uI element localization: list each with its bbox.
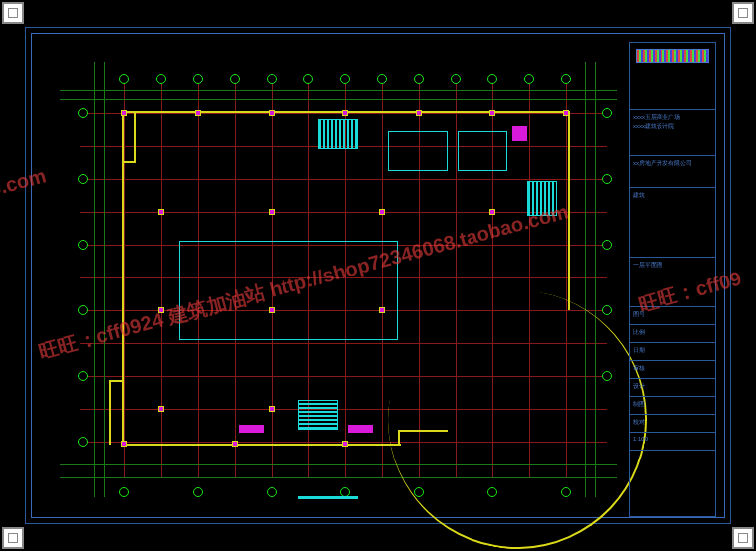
plan-canvas (40, 42, 627, 517)
axis-bubble (119, 74, 129, 84)
dim-line (104, 62, 105, 497)
column (416, 110, 422, 116)
grid-row (80, 179, 607, 180)
axis-bubble (602, 305, 612, 315)
axis-bubble (193, 487, 203, 497)
wall-proj-nw (134, 111, 136, 161)
room-block (388, 131, 448, 171)
axis-bubble (602, 174, 612, 184)
wall-s (122, 444, 401, 446)
column (121, 110, 127, 116)
dim-line (60, 99, 617, 100)
wall-proj-sw (109, 380, 111, 445)
column (269, 209, 275, 215)
axis-bubble (119, 487, 129, 497)
detail (239, 425, 264, 433)
drawing-sheet: xxxx五层商业广场 xxxx建筑设计院 xx房地产开发有限公司 建筑 一层平面… (25, 27, 731, 524)
tb-field: 比例 (630, 325, 715, 343)
wall-proj-sw2 (109, 380, 124, 382)
drawing-title: 一层平面图 (633, 261, 712, 270)
axis-bubble (230, 74, 240, 84)
axis-bubble (377, 74, 387, 84)
axis-bubble (267, 74, 277, 84)
stair-core (298, 400, 338, 430)
tb-scale: 1:100 (630, 433, 715, 451)
tb-field: 审核 (630, 361, 715, 379)
column (342, 110, 348, 116)
room-block (458, 131, 507, 171)
tb-field: 图号 (630, 307, 715, 325)
facade-curve (367, 270, 666, 551)
sheet-border: xxxx五层商业广场 xxxx建筑设计院 xx房地产开发有限公司 建筑 一层平面… (31, 33, 725, 518)
tb-field: 制图 (630, 397, 715, 415)
axis-bubble (78, 174, 88, 184)
tb-company: xxxx五层商业广场 xxxx建筑设计院 (630, 110, 715, 156)
dim-line (94, 62, 95, 497)
wall-se-step (398, 430, 448, 432)
owner-text: xx房地产开发有限公司 (633, 159, 712, 168)
column (121, 441, 127, 447)
title-block: xxxx五层商业广场 xxxx建筑设计院 xx房地产开发有限公司 建筑 一层平面… (629, 42, 716, 517)
company-text2: xxxx建筑设计院 (633, 122, 712, 131)
stair-core (527, 181, 557, 216)
corner-br (732, 527, 754, 549)
axis-bubble (78, 437, 88, 447)
axis-bubble (303, 74, 313, 84)
axis-bubble (487, 74, 497, 84)
tb-drawing-name: 一层平面图 (630, 258, 715, 307)
grid-col (124, 82, 125, 477)
corner-bl (2, 527, 24, 549)
column (342, 441, 348, 447)
wall-proj-nw2 (122, 161, 136, 163)
axis-bubble (414, 74, 424, 84)
wall-e (568, 111, 570, 310)
hatch-swatch (636, 49, 709, 63)
axis-bubble (78, 371, 88, 381)
axis-bubble (78, 305, 88, 315)
axis-bubble (451, 74, 461, 84)
wall-se-step2 (398, 430, 400, 446)
column (489, 209, 495, 215)
axis-bubble (340, 74, 350, 84)
room-block (179, 241, 398, 340)
grid-col (161, 82, 162, 477)
axis-bubble (524, 74, 534, 84)
column (195, 110, 201, 116)
detail (348, 425, 373, 433)
tb-field: 日期 (630, 343, 715, 361)
tb-project: 建筑 (630, 188, 715, 258)
column (158, 209, 164, 215)
stair-core (318, 119, 358, 149)
axis-bubble (193, 74, 203, 84)
axis-bubble (78, 108, 88, 118)
tb-logo (630, 43, 715, 110)
column (158, 406, 164, 412)
tb-field: 设计 (630, 379, 715, 397)
axis-bubble (78, 240, 88, 250)
project-text: 建筑 (633, 191, 712, 200)
axis-bubble (156, 74, 166, 84)
axis-bubble (602, 240, 612, 250)
company-text: xxxx五层商业广场 (633, 113, 712, 122)
column (269, 406, 275, 412)
corner-tl (2, 2, 24, 24)
column (158, 307, 164, 313)
tb-field: 校对 (630, 415, 715, 433)
axis-bubble (602, 108, 612, 118)
corner-tr (732, 2, 754, 24)
axis-bubble (561, 74, 571, 84)
scale-bar (298, 496, 358, 499)
dim-line (60, 90, 617, 91)
column (379, 209, 385, 215)
column (232, 441, 238, 447)
column (489, 110, 495, 116)
axis-bubble (267, 487, 277, 497)
column (563, 110, 569, 116)
detail (512, 126, 527, 141)
tb-owner: xx房地产开发有限公司 (630, 156, 715, 188)
column (269, 110, 275, 116)
